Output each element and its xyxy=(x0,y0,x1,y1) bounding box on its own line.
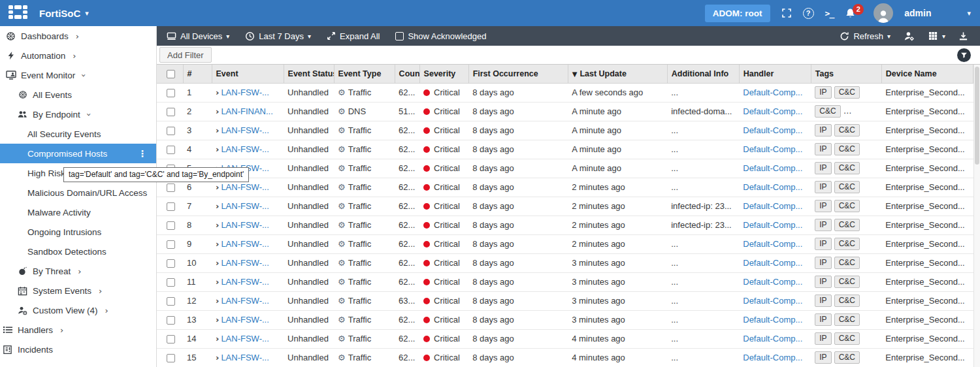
row-checkbox[interactable] xyxy=(167,316,175,325)
sidebar-item-incidents[interactable]: Incidents xyxy=(0,340,156,359)
event-link[interactable]: LAN-FSW-... xyxy=(221,125,269,135)
table-row[interactable]: 1›LAN-FSW-...Unhandled⚙Traffic62...Criti… xyxy=(157,83,973,102)
col-header-count[interactable]: Count xyxy=(395,65,419,83)
event-link[interactable]: LAN-FSW-... xyxy=(221,258,269,268)
chevron-down-icon[interactable]: ▾ xyxy=(967,10,971,17)
expand-row-icon[interactable]: › xyxy=(216,220,219,230)
sidebar-item-automation[interactable]: Automation› xyxy=(0,46,156,65)
col-header-severity[interactable]: Severity xyxy=(419,65,468,83)
handler-link[interactable]: Default-Comp... xyxy=(743,220,802,230)
expand-row-icon[interactable]: › xyxy=(216,201,219,211)
col-header-last-update[interactable]: ▼Last Update xyxy=(568,65,667,83)
row-checkbox[interactable] xyxy=(167,127,175,135)
event-link[interactable]: LAN-FSW-... xyxy=(221,296,269,306)
expand-row-icon[interactable]: › xyxy=(216,296,219,306)
event-link[interactable]: LAN-FSW-... xyxy=(221,220,269,230)
avatar[interactable] xyxy=(874,3,893,23)
event-link[interactable]: LAN-FSW-... xyxy=(221,144,269,154)
sidebar-item-event-monitor[interactable]: Event Monitor› xyxy=(0,65,156,85)
row-checkbox[interactable] xyxy=(167,240,175,249)
sidebar-item-malware-activity[interactable]: Malware Activity xyxy=(0,202,156,222)
col-header-first-occurrence[interactable]: First Occurrence xyxy=(468,65,568,83)
select-all-checkbox[interactable] xyxy=(167,70,175,78)
table-row[interactable]: 6›LAN-FSW-...Unhandled⚙Traffic62...Criti… xyxy=(157,178,973,197)
event-link[interactable]: LAN-FSW-... xyxy=(221,182,269,192)
adom-selector-button[interactable]: ADOM: root xyxy=(705,5,770,22)
row-checkbox[interactable] xyxy=(167,335,175,343)
sidebar-item-system-events[interactable]: System Events› xyxy=(0,281,156,300)
expand-row-icon[interactable]: › xyxy=(216,88,219,97)
select-all-header[interactable] xyxy=(157,65,183,83)
sidebar-item-all-security-events[interactable]: All Security Events xyxy=(0,124,156,144)
table-row[interactable]: 2›LAN-FINAN...Unhandled⚙DNS51...Critical… xyxy=(157,102,973,121)
table-row[interactable]: 13›LAN-FSW-...Unhandled⚙Traffic62...Crit… xyxy=(157,310,973,329)
add-filter-button[interactable]: Add Filter xyxy=(159,47,212,63)
event-link[interactable]: LAN-FSW-... xyxy=(221,353,269,362)
row-checkbox[interactable] xyxy=(167,297,175,306)
table-row[interactable]: 9›LAN-FSW-...Unhandled⚙Traffic62...Criti… xyxy=(157,234,973,253)
column-settings-button[interactable]: ▾ xyxy=(928,31,945,41)
sidebar-item-all-events[interactable]: All Events xyxy=(0,85,156,104)
expand-row-icon[interactable]: › xyxy=(216,239,219,249)
row-checkbox[interactable] xyxy=(167,202,175,211)
table-row[interactable]: 5›LAN-FSW-...Unhandled⚙Traffic62...Criti… xyxy=(157,159,973,178)
show-acknowledged-toggle[interactable]: Show Acknowledged xyxy=(395,31,486,41)
handler-link[interactable]: Default-Comp... xyxy=(743,296,802,306)
col-header-event[interactable]: Event xyxy=(212,65,284,83)
row-checkbox[interactable] xyxy=(167,354,175,362)
row-checkbox[interactable] xyxy=(167,89,175,97)
table-row[interactable]: 3›LAN-FSW-...Unhandled⚙Traffic62...Criti… xyxy=(157,121,973,140)
table-row[interactable]: 14›LAN-FSW-...Unhandled⚙Traffic62...Crit… xyxy=(157,329,973,348)
handler-link[interactable]: Default-Comp... xyxy=(743,201,802,211)
event-link[interactable]: LAN-FSW-... xyxy=(221,239,269,249)
table-row[interactable]: 10›LAN-FSW-...Unhandled⚙Traffic62...Crit… xyxy=(157,253,973,272)
event-link[interactable]: LAN-FSW-... xyxy=(221,88,269,97)
expand-row-icon[interactable]: › xyxy=(216,353,219,362)
col-header-device-name[interactable]: Device Name xyxy=(881,65,973,83)
table-row[interactable]: 7›LAN-FSW-...Unhandled⚙Traffic62...Criti… xyxy=(157,197,973,215)
vertical-scrollbar[interactable] xyxy=(973,65,980,367)
row-checkbox[interactable] xyxy=(167,221,175,230)
handler-link[interactable]: Default-Comp... xyxy=(743,88,802,97)
handler-link[interactable]: Default-Comp... xyxy=(743,277,802,287)
row-checkbox[interactable] xyxy=(167,184,175,192)
sidebar-item-by-threat[interactable]: By Threat› xyxy=(0,261,156,281)
handler-link[interactable]: Default-Comp... xyxy=(743,106,802,116)
sidebar-item-ongoing-intrusions[interactable]: Ongoing Intrusions xyxy=(0,222,156,242)
handler-link[interactable]: Default-Comp... xyxy=(743,144,802,154)
handler-link[interactable]: Default-Comp... xyxy=(743,334,802,343)
event-link[interactable]: LAN-FINAN... xyxy=(221,106,272,116)
table-row[interactable]: 15›LAN-FSW-...Unhandled⚙Traffic62...Crit… xyxy=(157,348,973,367)
expand-row-icon[interactable]: › xyxy=(216,144,219,154)
sidebar-item-handlers[interactable]: Handlers› xyxy=(0,320,156,340)
kebab-menu-icon[interactable]: ⋮ xyxy=(138,148,147,160)
table-row[interactable]: 4›LAN-FSW-...Unhandled⚙Traffic62...Criti… xyxy=(157,140,973,159)
row-checkbox[interactable] xyxy=(167,146,175,154)
refresh-button[interactable]: Refresh ▾ xyxy=(840,31,890,41)
sidebar-item-compromised-hosts[interactable]: Compromised Hosts⋮ xyxy=(0,144,156,163)
handler-link[interactable]: Default-Comp... xyxy=(743,258,802,268)
col-header-tags[interactable]: Tags xyxy=(811,65,881,83)
handler-link[interactable]: Default-Comp... xyxy=(743,239,802,249)
event-link[interactable]: LAN-FSW-... xyxy=(221,277,269,287)
sidebar-item-malicious-domain-url-access[interactable]: Malicious Domain/URL Access xyxy=(0,183,156,202)
event-link[interactable]: LAN-FSW-... xyxy=(221,315,269,325)
help-icon[interactable]: ? xyxy=(803,8,814,19)
fullscreen-icon[interactable] xyxy=(781,8,792,18)
sidebar-item-dashboards[interactable]: Dashboards› xyxy=(0,26,156,46)
handler-link[interactable]: Default-Comp... xyxy=(743,163,802,173)
filter-toggle-button[interactable] xyxy=(957,48,971,62)
cli-console-icon[interactable]: >_ xyxy=(825,8,834,18)
row-checkbox[interactable] xyxy=(167,259,175,268)
export-button[interactable] xyxy=(958,31,968,41)
expand-row-icon[interactable]: › xyxy=(216,334,219,343)
scrollbar-thumb[interactable] xyxy=(975,67,979,165)
expand-row-icon[interactable]: › xyxy=(216,182,219,192)
notifications-button[interactable]: 2 xyxy=(845,8,856,19)
event-link[interactable]: LAN-FSW-... xyxy=(221,201,269,211)
event-link[interactable]: LAN-FSW-... xyxy=(221,334,269,343)
handler-link[interactable]: Default-Comp... xyxy=(743,182,802,192)
sidebar-item-custom-view-4[interactable]: Custom View (4)› xyxy=(0,300,156,320)
col-header-[interactable]: # xyxy=(183,65,212,83)
handler-link[interactable]: Default-Comp... xyxy=(743,353,802,362)
